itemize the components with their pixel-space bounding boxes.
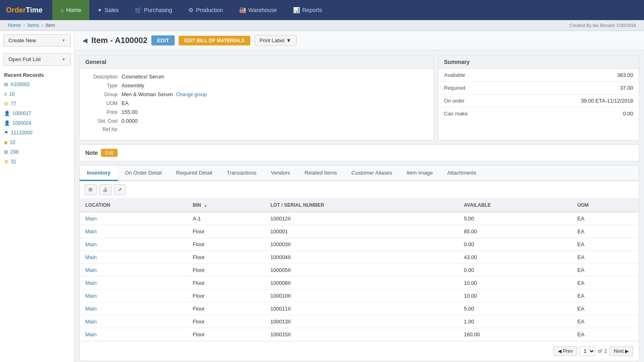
diamond-icon-22: ◆ — [4, 140, 8, 145]
back-arrow-icon[interactable]: ◀ — [83, 37, 87, 44]
cell-bin-7: Floor — [187, 302, 265, 315]
sidebar-item-22[interactable]: ◆ 22 — [0, 138, 74, 147]
nav-item-purchasing[interactable]: 🛒 Purchasing — [127, 0, 180, 20]
location-link-4[interactable]: Main — [85, 267, 97, 273]
cell-location-1: Main — [80, 225, 187, 238]
table-row: Main A-1 100012II 5.00 EA — [80, 212, 639, 225]
main-layout: Create New ▼ Open Full List ▼ Recent Rec… — [0, 31, 644, 362]
nav-item-home[interactable]: ⌂ Home — [52, 0, 89, 20]
tab-required-detail[interactable]: Required Detail — [169, 166, 220, 181]
nav-item-reports[interactable]: 📊 Reports — [285, 0, 330, 20]
tab-on-order-detail[interactable]: On Order Detail — [118, 166, 169, 181]
cell-lot-1: 100001 — [265, 225, 458, 238]
sidebar-item-1000017[interactable]: 👤 1000017 — [0, 109, 74, 118]
cell-available-0: 5.00 — [458, 212, 572, 225]
settings-icon: ⚙ — [88, 187, 93, 193]
edit-button[interactable]: EDIT — [151, 35, 175, 45]
reports-icon: 📊 — [293, 7, 300, 13]
cell-uom-7: EA — [572, 302, 639, 315]
sidebar-item-11110000[interactable]: ⚑ 11110000 — [0, 128, 74, 138]
table-toolbar: ⚙ 🖨 ↗ — [80, 181, 639, 199]
tab-item-image[interactable]: Item Image — [399, 166, 440, 181]
print-dropdown-icon: ▼ — [286, 37, 291, 43]
sidebar-item-77[interactable]: ⚙ 77 — [0, 99, 74, 109]
sidebar-item-label-298: 298 — [10, 149, 19, 155]
cell-uom-4: EA — [572, 264, 639, 277]
summary-value-required: 37.00 — [620, 85, 633, 91]
open-full-list-label: Open Full List — [8, 56, 41, 62]
open-full-list-button[interactable]: Open Full List ▼ — [3, 53, 71, 66]
field-description: Description Cosmetics/ Serum — [85, 74, 428, 80]
toolbar-export-button[interactable]: ↗ — [114, 184, 126, 195]
toolbar-print-button[interactable]: 🖨 — [99, 184, 111, 195]
location-link-8[interactable]: Main — [85, 319, 97, 325]
cell-location-8: Main — [80, 315, 187, 328]
create-new-button[interactable]: Create New ▼ — [3, 34, 71, 47]
cell-bin-2: Floor — [187, 238, 265, 251]
location-link-3[interactable]: Main — [85, 254, 97, 260]
change-group-link[interactable]: Change group — [176, 92, 207, 97]
toolbar-settings-button[interactable]: ⚙ — [85, 184, 97, 195]
cell-lot-8: 100013II — [265, 315, 458, 328]
nav-item-production[interactable]: ⚙ Production — [180, 0, 231, 20]
print-label-text: Print Label — [260, 37, 285, 43]
page-select[interactable]: 1 2 — [580, 346, 595, 356]
note-edit-button[interactable]: Edit — [101, 149, 118, 157]
summary-value-available: 363.00 — [617, 72, 633, 78]
col-header-uom: UOM — [572, 199, 639, 212]
cell-location-5: Main — [80, 277, 187, 290]
nav-item-sales[interactable]: ✦ Sales — [89, 0, 127, 20]
cell-available-9: 160.00 — [458, 328, 572, 341]
home-icon: ⌂ — [60, 7, 64, 13]
location-link-0[interactable]: Main — [85, 216, 97, 222]
location-link-6[interactable]: Main — [85, 293, 97, 299]
sidebar-item-298[interactable]: ⊞ 298 — [0, 147, 74, 157]
cell-available-5: 10.00 — [458, 277, 572, 290]
grid-icon-a100002: ⊞ — [4, 82, 8, 87]
location-link-2[interactable]: Main — [85, 241, 97, 247]
breadcrumb-home[interactable]: Home — [8, 23, 21, 28]
sidebar-item-label-10: 10 — [9, 91, 14, 97]
edit-bom-button[interactable]: EDIT BILL OF MATERIALS — [179, 36, 250, 45]
field-value-uom: EA — [122, 100, 128, 106]
col-header-available: AVAILABLE — [458, 199, 572, 212]
sidebar-item-label-11110000: 11110000 — [11, 130, 32, 136]
print-icon: 🖨 — [103, 187, 108, 193]
tab-customer-aliases[interactable]: Customer Aliases — [344, 166, 399, 181]
location-link-7[interactable]: Main — [85, 306, 97, 312]
sidebar-item-label-1000017: 1000017 — [12, 111, 31, 116]
cell-lot-7: 100011II — [265, 302, 458, 315]
next-page-button[interactable]: Next ▶ — [609, 346, 633, 356]
tab-inventory[interactable]: Inventory — [80, 166, 118, 181]
tab-related-items[interactable]: Related Items — [297, 166, 344, 181]
tab-transactions[interactable]: Transactions — [219, 166, 264, 181]
inventory-table: LOCATION BIN ▲ LOT / SERIAL NUMBER AVAIL… — [80, 199, 639, 341]
cell-location-3: Main — [80, 251, 187, 264]
cell-available-6: 10.00 — [458, 290, 572, 302]
table-row: Main Floor 100013II 1.00 EA — [80, 315, 639, 328]
location-link-9[interactable]: Main — [85, 331, 97, 337]
cell-bin-4: Floor — [187, 264, 265, 277]
tabs-section: Inventory On Order Detail Required Detai… — [79, 165, 639, 361]
location-link-5[interactable]: Main — [85, 280, 97, 286]
nav-item-warehouse[interactable]: 🏭 Warehouse — [231, 0, 285, 20]
sidebar-item-1000024[interactable]: 👤 1000024 — [0, 118, 74, 128]
sidebar-item-label-22: 22 — [10, 140, 15, 145]
table-row: Main Floor 100005II 0.00 EA — [80, 264, 639, 277]
cell-bin-0: A-1 — [187, 212, 265, 225]
location-link-1[interactable]: Main — [85, 228, 97, 234]
sidebar-item-a100002[interactable]: ⊞ A100002 — [0, 80, 74, 89]
field-value-std-cost: 0.0000 — [122, 118, 138, 124]
print-label-button[interactable]: Print Label ▼ — [254, 35, 297, 46]
prev-page-button[interactable]: ◀ Prev — [553, 346, 577, 356]
cell-uom-6: EA — [572, 290, 639, 302]
sidebar-item-10[interactable]: ≡ 10 — [0, 89, 74, 99]
tab-vendors[interactable]: Vendors — [264, 166, 297, 181]
field-label-description: Description — [85, 74, 122, 80]
col-header-bin[interactable]: BIN ▲ — [187, 199, 265, 212]
tab-attachments[interactable]: Attachments — [440, 166, 483, 181]
sidebar-item-31[interactable]: ⚙ 31 — [0, 157, 74, 167]
field-type: Type Assembly — [85, 82, 428, 88]
breadcrumb-items[interactable]: Items — [27, 23, 39, 28]
table-row: Main Floor 100011II 5.00 EA — [80, 302, 639, 315]
